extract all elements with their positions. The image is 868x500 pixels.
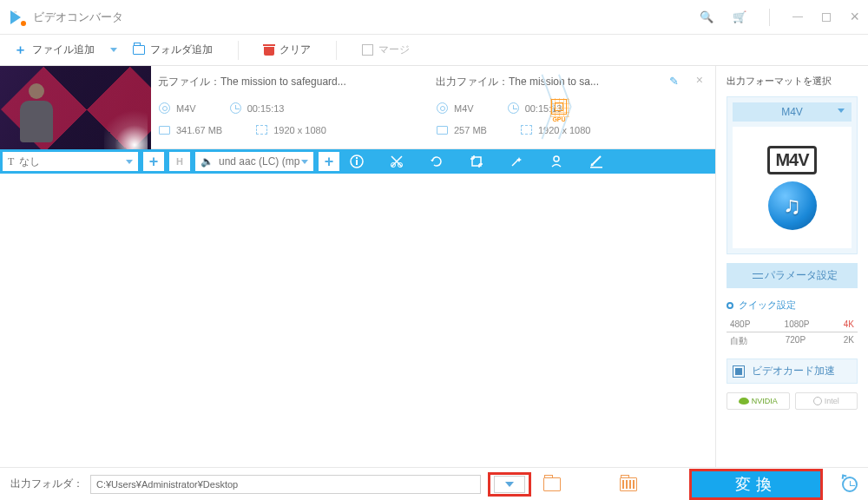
svg-rect-2 bbox=[356, 157, 358, 159]
open-folder-button[interactable] bbox=[543, 477, 561, 491]
format-artwork: M4V ♫ bbox=[733, 127, 852, 248]
path-dropdown[interactable] bbox=[494, 476, 525, 493]
intel-icon bbox=[813, 397, 822, 405]
app-title: ビデオコンバータ bbox=[33, 10, 700, 25]
folder-icon bbox=[437, 126, 448, 135]
rotate-tool[interactable] bbox=[429, 154, 444, 169]
trim-tool[interactable] bbox=[389, 154, 404, 169]
dimensions-icon bbox=[256, 125, 267, 135]
folder-icon bbox=[133, 45, 145, 55]
text-icon: T bbox=[8, 155, 14, 168]
h-button[interactable]: H" bbox=[169, 152, 190, 171]
add-file-label: ファイル追加 bbox=[32, 43, 95, 57]
gpu-accel-label: ビデオカード加速 bbox=[752, 364, 835, 378]
maximize-button[interactable] bbox=[822, 13, 831, 22]
sliders-icon bbox=[747, 272, 758, 280]
source-duration: 00:15:13 bbox=[229, 102, 285, 115]
merge-button[interactable]: マージ bbox=[353, 39, 418, 61]
format-badge: M4V bbox=[767, 146, 816, 174]
convert-highlight: 変換 bbox=[689, 469, 823, 500]
convert-button[interactable]: 変換 bbox=[692, 471, 820, 497]
info-tool[interactable] bbox=[349, 154, 365, 169]
add-folder-button[interactable]: フォルダ追加 bbox=[124, 39, 221, 61]
add-file-button[interactable]: ＋ ファイル追加 bbox=[5, 38, 103, 62]
chevron-down-icon bbox=[505, 482, 514, 487]
parameters-button[interactable]: パラメータ設定 bbox=[727, 263, 858, 288]
add-file-dropdown[interactable] bbox=[110, 48, 117, 52]
chip-icon bbox=[733, 365, 745, 378]
chip-icon bbox=[551, 99, 567, 115]
chevron-down-icon bbox=[838, 109, 845, 113]
path-dropdown-highlight bbox=[488, 472, 531, 497]
output-folder-label: 出力フォルダ： bbox=[10, 477, 83, 491]
output-size: 257 MB bbox=[436, 123, 487, 136]
effects-tool[interactable] bbox=[509, 154, 524, 169]
preset-slider[interactable]: 480P1080P4K 自動720P2K bbox=[727, 317, 858, 350]
gpu-accel-button[interactable]: ビデオカード加速 bbox=[727, 359, 858, 384]
titlebar: ビデオコンバータ 🔍 🛒 × bbox=[0, 0, 868, 35]
subtitle-value: なし bbox=[19, 155, 40, 169]
quick-header: クイック設定 bbox=[727, 297, 858, 313]
format-header: 出力フォーマットを選択 bbox=[727, 75, 858, 88]
watermark-tool[interactable] bbox=[549, 154, 564, 169]
vendor-row: NVIDIA Intel bbox=[727, 392, 858, 410]
toolbar: ＋ ファイル追加 フォルダ追加 クリア マージ bbox=[0, 35, 868, 66]
crop-tool[interactable] bbox=[469, 154, 484, 169]
format-value: M4V bbox=[781, 106, 803, 118]
svg-rect-7 bbox=[590, 167, 602, 168]
edit-icon[interactable]: ✎ bbox=[669, 75, 679, 88]
divider bbox=[769, 9, 770, 26]
minimize-button[interactable] bbox=[792, 16, 803, 18]
bottom-bar: 出力フォルダ： C:¥Users¥Administrator¥Desktop 変… bbox=[0, 467, 868, 500]
disc-icon bbox=[437, 102, 448, 114]
source-size: 341.67 MB bbox=[158, 123, 222, 136]
output-format: M4V bbox=[436, 102, 474, 115]
subtitle-tool[interactable] bbox=[589, 154, 604, 169]
merge-icon bbox=[362, 44, 373, 56]
subtitle-select[interactable]: T なし bbox=[3, 152, 138, 171]
intel-badge[interactable]: Intel bbox=[795, 392, 858, 410]
audio-value: und aac (LC) (mp bbox=[219, 155, 299, 168]
trash-icon bbox=[264, 44, 274, 56]
svg-point-6 bbox=[554, 156, 559, 161]
file-row[interactable]: 元ファイル：The mission to safeguard... M4V 00… bbox=[0, 66, 715, 149]
source-file-label: 元ファイル：The mission to safeguard... bbox=[158, 75, 392, 89]
plus-icon: ＋ bbox=[14, 42, 27, 58]
output-folder-input[interactable]: C:¥Users¥Administrator¥Desktop bbox=[90, 475, 481, 494]
add-folder-label: フォルダ追加 bbox=[150, 43, 213, 57]
video-thumbnail[interactable] bbox=[0, 66, 151, 149]
add-audio-button[interactable]: + bbox=[319, 152, 339, 171]
svg-rect-1 bbox=[356, 160, 358, 165]
chevron-down-icon bbox=[126, 160, 133, 164]
nvidia-icon bbox=[739, 398, 749, 405]
gpu-text: GPU bbox=[549, 116, 569, 122]
output-reel-button[interactable] bbox=[620, 477, 637, 491]
parameters-label: パラメータ設定 bbox=[765, 268, 838, 283]
format-select[interactable]: M4V bbox=[733, 102, 852, 122]
gpu-badge: GPU bbox=[549, 99, 569, 122]
clear-button[interactable]: クリア bbox=[255, 39, 319, 61]
file-info: 元ファイル：The mission to safeguard... M4V 00… bbox=[151, 66, 715, 148]
search-icon[interactable]: 🔍 bbox=[700, 10, 713, 23]
dimensions-icon bbox=[521, 125, 532, 135]
schedule-icon[interactable] bbox=[842, 477, 858, 492]
clock-icon bbox=[230, 102, 241, 114]
audio-select[interactable]: 🔈 und aac (LC) (mp bbox=[195, 152, 313, 171]
dot-icon bbox=[727, 302, 733, 309]
cart-icon[interactable]: 🛒 bbox=[733, 10, 746, 23]
separator bbox=[238, 41, 239, 60]
folder-icon bbox=[159, 126, 170, 135]
close-button[interactable]: × bbox=[850, 8, 859, 26]
remove-file-button[interactable]: × bbox=[696, 73, 703, 87]
app-logo-icon bbox=[9, 9, 26, 26]
source-format: M4V bbox=[158, 102, 196, 115]
merge-label: マージ bbox=[378, 43, 410, 57]
disc-icon bbox=[159, 102, 170, 114]
add-subtitle-button[interactable]: + bbox=[143, 152, 164, 171]
speaker-icon: 🔈 bbox=[201, 155, 214, 168]
quick-settings: クイック設定 480P1080P4K 自動720P2K bbox=[727, 297, 858, 350]
separator bbox=[336, 41, 337, 60]
format-box: M4V M4V ♫ bbox=[727, 96, 858, 254]
nvidia-badge[interactable]: NVIDIA bbox=[727, 392, 790, 410]
right-panel: 出力フォーマットを選択 M4V M4V ♫ パラメータ設定 クイック設定 480… bbox=[716, 66, 868, 467]
